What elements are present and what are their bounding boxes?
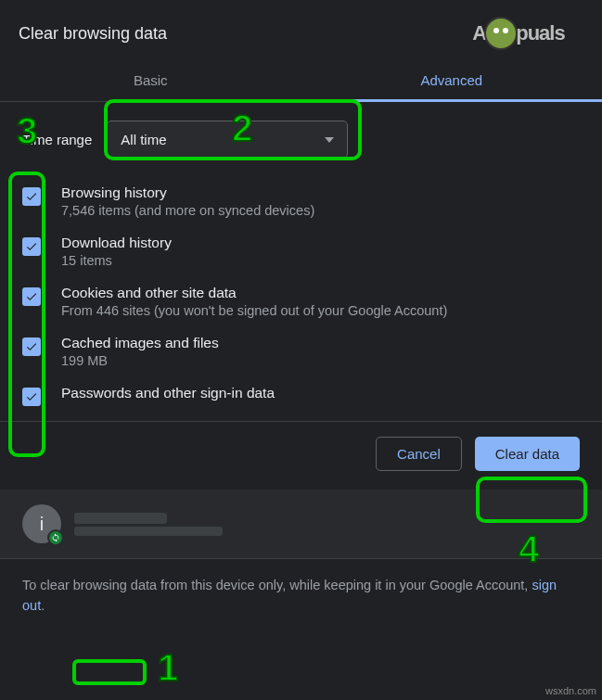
checkbox-passwords[interactable] xyxy=(22,388,41,406)
clear-data-button[interactable]: Clear data xyxy=(475,437,580,471)
list-item: Cookies and other site data From 446 sit… xyxy=(22,285,580,318)
check-icon xyxy=(25,340,38,353)
item-title: Passwords and other sign-in data xyxy=(61,385,275,401)
logo-mascot-icon xyxy=(484,17,518,50)
tab-bar: Basic Advanced xyxy=(0,59,602,102)
item-title: Browsing history xyxy=(61,185,314,201)
account-row: i xyxy=(0,490,602,559)
item-title: Cookies and other site data xyxy=(61,285,447,301)
footer-text: To clear browsing data from this device … xyxy=(22,578,532,592)
checkbox-browsing-history[interactable] xyxy=(22,187,41,206)
data-type-list: Browsing history 7,546 items (and more o… xyxy=(22,185,580,406)
list-item: Browsing history 7,546 items (and more o… xyxy=(22,185,580,218)
item-subtitle: 7,546 items (and more on synced devices) xyxy=(61,203,314,218)
checkbox-cached-files[interactable] xyxy=(22,337,41,356)
logo-text-right: puals xyxy=(516,21,564,45)
check-icon xyxy=(25,190,38,203)
item-subtitle: 199 MB xyxy=(61,353,219,368)
cancel-button[interactable]: Cancel xyxy=(376,437,462,471)
annotation-box-1 xyxy=(72,659,147,685)
brand-logo: A puals xyxy=(454,15,583,52)
check-icon xyxy=(25,290,38,303)
item-subtitle: 15 items xyxy=(61,253,172,268)
watermark: wsxdn.com xyxy=(545,685,596,696)
check-icon xyxy=(25,240,38,253)
time-range-label: Time range xyxy=(22,132,92,147)
list-item: Passwords and other sign-in data xyxy=(22,385,580,406)
avatar-initial: i xyxy=(40,514,44,535)
tab-advanced[interactable]: Advanced xyxy=(301,59,603,101)
tab-basic[interactable]: Basic xyxy=(0,59,301,101)
item-title: Download history xyxy=(61,235,172,251)
footer-note: To clear browsing data from this device … xyxy=(0,559,602,633)
footer-text-end: . xyxy=(41,598,45,613)
sync-badge-icon xyxy=(47,529,64,546)
annotation-number-1: 1 xyxy=(158,647,178,689)
chevron-down-icon xyxy=(325,137,334,143)
list-item: Cached images and files 199 MB xyxy=(22,335,580,368)
account-email-redacted xyxy=(74,527,223,536)
account-name-redacted xyxy=(74,513,167,524)
check-icon xyxy=(25,390,38,403)
time-range-value: All time xyxy=(121,132,166,147)
list-item: Download history 15 items xyxy=(22,235,580,268)
checkbox-cookies[interactable] xyxy=(22,287,41,306)
account-info xyxy=(74,513,223,536)
item-title: Cached images and files xyxy=(61,335,219,351)
checkbox-download-history[interactable] xyxy=(22,237,41,256)
dialog-title: Clear browsing data xyxy=(19,24,167,44)
avatar: i xyxy=(22,504,61,543)
item-subtitle: From 446 sites (you won't be signed out … xyxy=(61,303,447,318)
time-range-select[interactable]: All time xyxy=(107,121,348,159)
